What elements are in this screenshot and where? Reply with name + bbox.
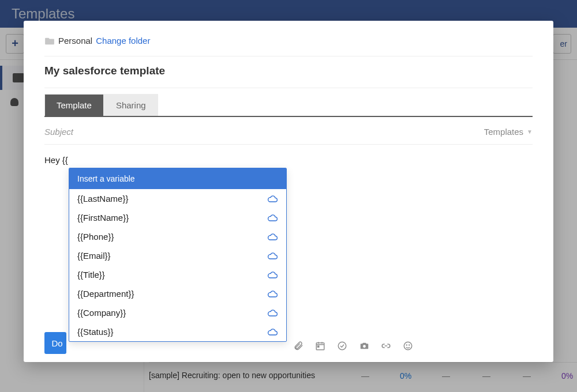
variable-option[interactable]: {{Title}} — [69, 265, 286, 284]
tab-template[interactable]: Template — [44, 94, 104, 116]
folder-icon — [44, 37, 55, 45]
breadcrumb: Personal Change folder — [44, 36, 533, 56]
variable-label: {{Email}} — [77, 251, 111, 261]
salesforce-cloud-icon — [267, 271, 278, 279]
variable-label: {{Status}} — [77, 327, 114, 337]
tab-row: Template Sharing — [44, 94, 533, 117]
svg-point-3 — [363, 345, 366, 348]
attachment-icon[interactable] — [293, 340, 304, 352]
variable-popover: Insert a variable {{LastName}}{{FirstNam… — [69, 168, 287, 342]
tab-sharing[interactable]: Sharing — [104, 94, 158, 116]
camera-icon[interactable] — [358, 340, 370, 352]
template-title: My salesforce template — [44, 56, 533, 88]
svg-point-4 — [404, 342, 412, 350]
variable-option[interactable]: {{LastName}} — [69, 189, 286, 208]
variable-option[interactable]: {{Status}} — [69, 322, 286, 341]
salesforce-cloud-icon — [267, 195, 278, 203]
salesforce-cloud-icon — [267, 328, 278, 336]
variable-label: {{Phone}} — [77, 232, 114, 242]
template-editor-modal: Personal Change folder My salesforce tem… — [24, 21, 553, 362]
variable-option[interactable]: {{Phone}} — [69, 227, 286, 246]
variable-popover-header: Insert a variable — [69, 168, 286, 189]
emoji-icon[interactable] — [402, 340, 414, 352]
variable-label: {{Department}} — [77, 289, 134, 299]
check-circle-icon[interactable] — [336, 340, 348, 352]
variable-label: {{LastName}} — [77, 194, 128, 203]
subject-row: Subject Templates ▼ — [44, 119, 533, 145]
salesforce-cloud-icon — [267, 290, 278, 298]
variable-option[interactable]: {{FirstName}} — [69, 208, 286, 227]
svg-point-6 — [409, 345, 410, 345]
breadcrumb-folder: Personal — [58, 36, 92, 46]
caret-down-icon: ▼ — [527, 129, 533, 135]
change-folder-link[interactable]: Change folder — [96, 36, 150, 46]
variable-option[interactable]: {{Department}} — [69, 284, 286, 303]
svg-rect-1 — [318, 346, 319, 347]
editor-text: Hey {{ — [44, 155, 533, 165]
editor-body[interactable]: Hey {{ Insert a variable {{LastName}}{{F… — [44, 145, 533, 350]
salesforce-cloud-icon — [267, 233, 278, 241]
templates-dropdown[interactable]: Templates ▼ — [484, 127, 533, 137]
calendar-icon[interactable] — [314, 340, 326, 352]
variable-option[interactable]: {{Email}} — [69, 246, 286, 265]
variable-option[interactable]: {{Company}} — [69, 303, 286, 322]
save-button[interactable]: Do — [44, 332, 66, 354]
svg-point-2 — [338, 342, 346, 350]
subject-input[interactable]: Subject — [44, 127, 484, 137]
salesforce-cloud-icon — [267, 214, 278, 222]
variable-label: {{FirstName}} — [77, 213, 129, 223]
svg-point-5 — [406, 345, 407, 345]
variable-label: {{Company}} — [77, 308, 126, 318]
variable-label: {{Title}} — [77, 270, 105, 280]
link-icon[interactable] — [380, 340, 392, 352]
salesforce-cloud-icon — [267, 252, 278, 260]
editor-toolbar — [293, 340, 414, 352]
salesforce-cloud-icon — [267, 309, 278, 317]
